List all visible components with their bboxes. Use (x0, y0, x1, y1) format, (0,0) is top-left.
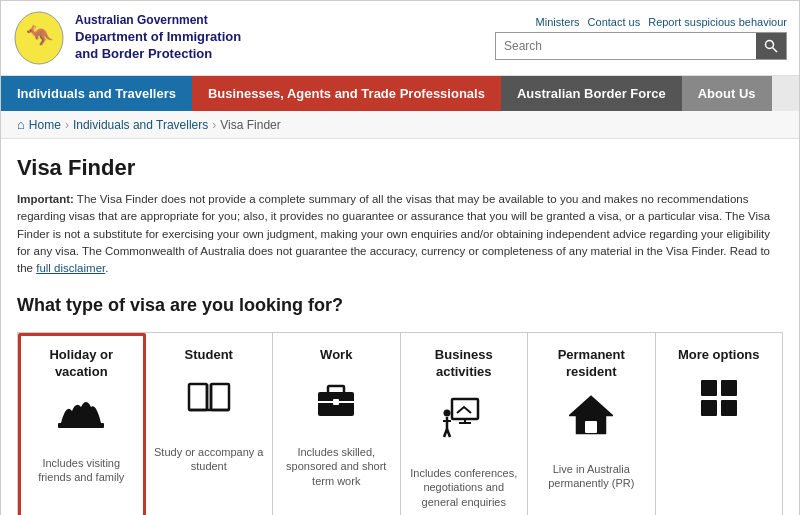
student-icon (187, 376, 231, 429)
nav-individuals[interactable]: Individuals and Travellers (1, 76, 192, 111)
visa-card-student-desc: Study or accompany a student (154, 445, 265, 474)
breadcrumb-current: Visa Finder (220, 118, 280, 132)
visa-card-holiday[interactable]: Holiday or vacation Includes visiting fr… (18, 333, 146, 515)
visa-card-work[interactable]: Work Includes skilled, sponsored and sho… (273, 333, 401, 515)
important-text: The Visa Finder does not provide a compl… (17, 193, 770, 274)
search-bar (495, 32, 787, 60)
breadcrumb: ⌂ Home › Individuals and Travellers › Vi… (1, 111, 799, 139)
ministers-link[interactable]: Ministers (536, 16, 580, 28)
header-left: 🦘 Australian Government Department of Im… (13, 9, 241, 67)
search-button[interactable] (756, 33, 786, 59)
svg-rect-6 (211, 384, 229, 410)
gov-line1: Australian Government (75, 13, 241, 29)
svg-text:🦘: 🦘 (26, 22, 54, 49)
contact-link[interactable]: Contact us (588, 16, 641, 28)
important-label: Important: (17, 193, 74, 205)
header: 🦘 Australian Government Department of Im… (1, 1, 799, 76)
visa-card-business-title: Business activities (409, 347, 520, 381)
search-icon (764, 39, 778, 53)
disclaimer-link[interactable]: full disclaimer (36, 262, 105, 274)
work-icon (314, 376, 358, 429)
page-title: Visa Finder (17, 155, 783, 181)
visa-card-more-title: More options (678, 347, 760, 364)
breadcrumb-home[interactable]: Home (29, 118, 61, 132)
visa-cards: Holiday or vacation Includes visiting fr… (17, 332, 783, 515)
gov-line3: and Border Protection (75, 46, 241, 63)
svg-marker-26 (571, 397, 611, 415)
svg-rect-25 (585, 421, 597, 433)
visa-card-permanent-title: Permanent resident (536, 347, 647, 381)
svg-rect-28 (721, 380, 737, 396)
svg-line-3 (773, 48, 778, 53)
visa-card-holiday-title: Holiday or vacation (26, 347, 137, 381)
nav-bar: Individuals and Travellers Businesses, A… (1, 76, 799, 111)
visa-card-work-desc: Includes skilled, sponsored and short te… (281, 445, 392, 488)
visa-card-business-desc: Includes conferences, negotiations and g… (409, 466, 520, 509)
visa-card-student[interactable]: Student Study or accompany a student (146, 333, 274, 515)
svg-rect-11 (328, 386, 344, 394)
visa-card-permanent[interactable]: Permanent resident Live in Australia per… (528, 333, 656, 515)
visa-card-permanent-desc: Live in Australia permanently (PR) (536, 462, 647, 491)
breadcrumb-sep1: › (65, 118, 69, 132)
coat-of-arms-icon: 🦘 (13, 9, 65, 67)
nav-about[interactable]: About Us (682, 76, 772, 111)
header-right: Ministers Contact us Report suspicious b… (495, 16, 787, 60)
home-icon: ⌂ (17, 117, 25, 132)
svg-rect-29 (701, 400, 717, 416)
svg-rect-27 (701, 380, 717, 396)
more-options-icon (697, 376, 741, 429)
breadcrumb-level1[interactable]: Individuals and Travellers (73, 118, 208, 132)
visa-card-business[interactable]: Business activities (401, 333, 529, 515)
svg-rect-4 (58, 423, 104, 428)
suspicious-link[interactable]: Report suspicious behaviour (648, 16, 787, 28)
svg-point-18 (443, 410, 450, 417)
search-input[interactable] (496, 33, 756, 59)
svg-point-2 (766, 41, 774, 49)
important-box: Important: The Visa Finder does not prov… (17, 191, 783, 277)
visa-card-more[interactable]: More options (656, 333, 783, 515)
svg-rect-30 (721, 400, 737, 416)
permanent-icon (569, 393, 613, 446)
visa-card-student-title: Student (185, 347, 233, 364)
visa-card-work-title: Work (320, 347, 352, 364)
svg-line-22 (447, 429, 450, 437)
visa-card-holiday-desc: Includes visiting friends and family (26, 456, 137, 485)
nav-abf[interactable]: Australian Border Force (501, 76, 682, 111)
svg-rect-5 (189, 384, 207, 410)
header-links: Ministers Contact us Report suspicious b… (536, 16, 787, 28)
main-content: Visa Finder Important: The Visa Finder d… (1, 139, 799, 515)
business-icon (442, 393, 486, 450)
nav-businesses[interactable]: Businesses, Agents and Trade Professiona… (192, 76, 501, 111)
breadcrumb-sep2: › (212, 118, 216, 132)
holiday-icon (56, 393, 106, 440)
svg-rect-13 (333, 399, 339, 405)
section-title: What type of visa are you looking for? (17, 295, 783, 316)
gov-line2: Department of Immigration (75, 29, 241, 46)
gov-title: Australian Government Department of Immi… (75, 13, 241, 62)
